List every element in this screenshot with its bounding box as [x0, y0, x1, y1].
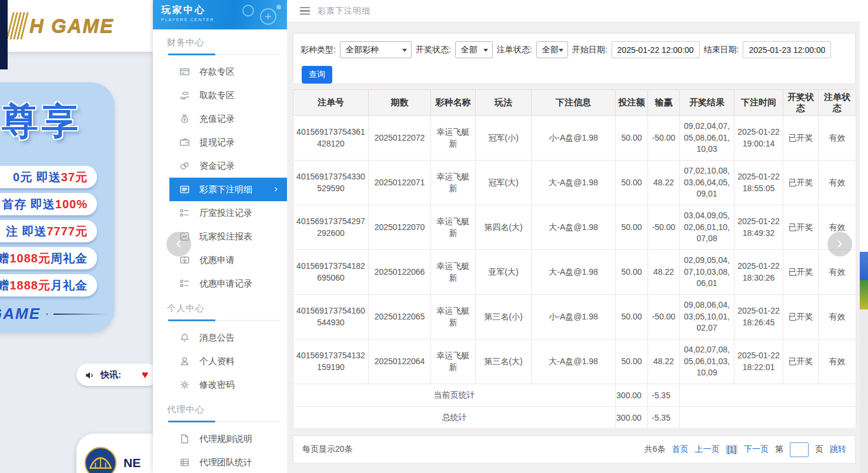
cell-order-status: 有效: [819, 339, 856, 384]
cell-period: 20250122066: [369, 250, 431, 295]
cell-bet-time: 2025-01-22 18:30:26: [735, 250, 783, 295]
cell-lottery: 幸运飞艇新: [431, 339, 476, 384]
pagination-bar: 每页显示20条 共6条 首页 上一页 [1] 下一页 第 页 跳转: [293, 435, 856, 464]
sidebar-item-label: 优惠申请记录: [199, 278, 252, 289]
sidebar-item-label: 优惠申请: [199, 255, 235, 266]
page-size-text: 每页显示20条: [302, 444, 353, 455]
sidebar-item[interactable]: 厅室投注记录: [153, 201, 287, 225]
cell-winloss: -50.00: [648, 295, 680, 339]
hand-cash-icon: [179, 90, 190, 101]
lottery-type-select[interactable]: 全部彩种: [340, 41, 412, 58]
table-row: 401569173754361428120 20250122072 幸运飞艇新 …: [293, 116, 856, 161]
end-date-input[interactable]: [743, 41, 831, 58]
section-underline: [168, 319, 281, 321]
cell-draw-result: 07,02,10,08,03,06,04,05,09,01: [680, 161, 735, 205]
cell-bet-amount: 50.00: [616, 205, 648, 250]
draw-status-label: 开奖状态:: [416, 45, 451, 55]
expand-panel-button[interactable]: ›: [827, 232, 852, 257]
order-status-label: 注单状态:: [497, 45, 532, 55]
cell-bet-info: 大-A盘@1.98: [532, 250, 616, 295]
cell-winloss: 48.22: [648, 161, 680, 205]
cell-order-status: 有效: [819, 116, 856, 161]
background-site-page: 尊享 0元 即送37元首存 即送100%注 即送7777元加赠1088元周礼金加…: [0, 0, 153, 473]
cell-draw-result: 09,08,06,04,03,05,10,01,02,07: [680, 295, 735, 339]
start-date-label: 开始日期:: [572, 45, 607, 55]
col-bet-info: 下注信息: [532, 90, 616, 116]
summary-bet-amount: 300.00: [616, 384, 648, 407]
sidebar-item[interactable]: 个人资料: [153, 349, 287, 373]
page-jump-input[interactable]: [790, 442, 809, 457]
heart-icon: ♥: [142, 368, 148, 381]
cell-period: 20250122065: [369, 295, 431, 339]
cell-bet-info: 大-A盘@1.98: [532, 205, 616, 250]
content-topbar: 彩票下注明细: [287, 0, 868, 22]
sidebar-item[interactable]: 优惠申请记录: [153, 272, 287, 295]
sidebar-item[interactable]: 取款专区: [153, 84, 287, 107]
total-count: 共6条: [645, 444, 666, 455]
promo-pill: 0元 即送37元: [0, 166, 97, 188]
speaker-icon: [85, 370, 95, 379]
hamburger-menu-icon[interactable]: [300, 7, 310, 15]
bell-icon: [179, 332, 190, 343]
site-logo[interactable]: H GAME: [9, 12, 114, 39]
cell-bet-time: 2025-01-22 18:49:32: [735, 205, 783, 250]
start-date-input[interactable]: [612, 41, 700, 58]
cell-bet-time: 2025-01-22 18:22:01: [735, 339, 783, 384]
cell-order-status: 有效: [819, 250, 856, 295]
col-bet-time: 下注时间: [735, 90, 783, 116]
summary-winloss: -5.35: [648, 407, 680, 429]
section-underline: [168, 421, 281, 422]
summary-empty: [680, 407, 856, 429]
cell-draw-status: 已开奖: [783, 205, 819, 250]
gear-icon: [179, 379, 190, 390]
user-icon: [179, 356, 190, 367]
first-page-link[interactable]: 首页: [672, 444, 688, 455]
sidebar-item-label: 玩家投注报表: [199, 231, 252, 242]
summary-bet-amount: 300.00: [616, 407, 648, 429]
sidebar-item-label: 厅室投注记录: [199, 208, 252, 219]
cell-order-id: 401569173754297292600: [293, 205, 369, 250]
order-status-select[interactable]: 全部: [536, 41, 568, 58]
cell-play: 第三名(大): [476, 339, 532, 384]
cell-period: 20250122072: [369, 116, 431, 161]
sidebar-item[interactable]: 消息公告: [153, 326, 287, 349]
cell-lottery: 幸运飞艇新: [431, 250, 476, 295]
next-page-link[interactable]: 下一页: [744, 444, 769, 455]
jump-button[interactable]: 跳转: [830, 444, 846, 455]
current-page-indicator: [1]: [726, 445, 737, 454]
sidebar-item[interactable]: 存款专区: [153, 60, 287, 84]
promo-pill: 首存 即送100%: [0, 193, 97, 215]
promo-pill: 注 即送7777元: [0, 220, 97, 242]
cell-draw-result: 09,02,04,07,05,08,06,01,10,03: [680, 116, 735, 161]
table-row: 401569173754182695060 20250122066 幸运飞艇新 …: [293, 250, 856, 295]
sidebar-item[interactable]: 充值记录: [153, 107, 287, 131]
cell-bet-info: 大-A盘@1.98: [532, 339, 616, 384]
col-play: 玩法: [476, 90, 532, 116]
cell-draw-status: 已开奖: [783, 116, 819, 161]
cell-bet-amount: 50.00: [616, 295, 648, 339]
promo-pill: 加赠1088元周礼金: [0, 247, 97, 269]
search-button[interactable]: 查询: [302, 66, 332, 84]
sidebar-item-label: 个人资料: [199, 356, 235, 367]
cell-play: 冠军(小): [476, 116, 532, 161]
cell-play: 第四名(大): [476, 205, 532, 250]
prev-page-link[interactable]: 上一页: [695, 444, 719, 455]
sidebar-item-label: 提现记录: [199, 137, 235, 148]
col-bet-amount: 投注额: [616, 90, 648, 116]
sidebar-item[interactable]: 彩票下注明细: [169, 178, 287, 201]
cell-bet-amount: 50.00: [616, 339, 648, 384]
room-list-icon: [179, 278, 190, 289]
sidebar-item[interactable]: 提现记录: [153, 131, 287, 154]
cell-order-id: 401569173754160544930: [293, 295, 369, 339]
sidebar-section-personal: 个人中心 消息公告 个人资料: [153, 303, 287, 397]
cell-draw-status: 已开奖: [783, 250, 819, 295]
collapse-sidebar-button[interactable]: ‹: [166, 232, 191, 257]
sidebar-item-label: 代理规则说明: [199, 434, 252, 445]
sidebar-item[interactable]: 代理团队统计: [153, 451, 287, 473]
col-period: 期数: [369, 90, 431, 116]
sidebar-item[interactable]: 资金记录: [153, 154, 287, 178]
sidebar-item[interactable]: 修改密码: [153, 373, 287, 397]
sidebar-item[interactable]: 代理规则说明: [153, 427, 287, 451]
service-widget[interactable]: NE: [76, 434, 153, 473]
draw-status-select[interactable]: 全部: [455, 41, 493, 58]
